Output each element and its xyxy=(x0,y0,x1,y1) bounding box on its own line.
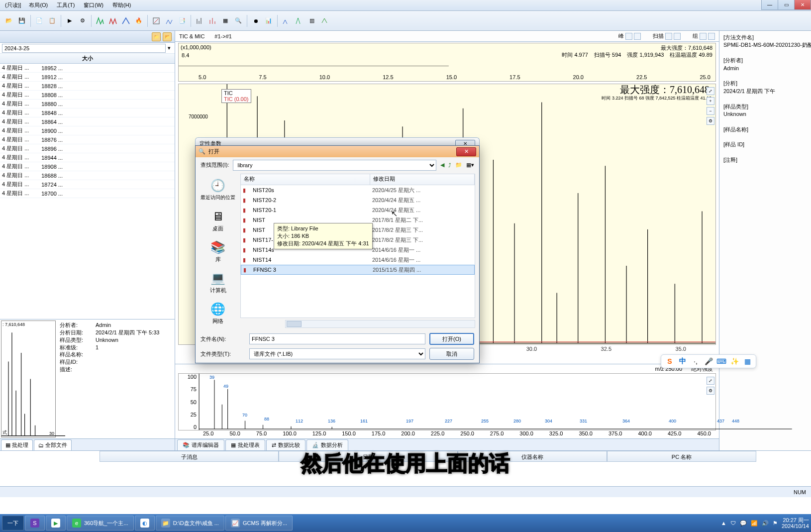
tool-table-icon[interactable]: ▦ xyxy=(219,15,231,27)
window-minimize-button[interactable]: — xyxy=(761,0,778,10)
ime-keyboard-icon[interactable]: ⌨ xyxy=(717,357,726,366)
tray-clock[interactable]: 20:27 周一 2024/10/14 xyxy=(782,517,809,529)
taskbar-item-3[interactable]: e360导航_一个主... xyxy=(67,516,134,531)
ime-skin-icon[interactable]: ✨ xyxy=(730,357,739,366)
library-file-row[interactable]: ▮NIST20-22020/4/24 星期五 ... xyxy=(241,195,475,205)
menu-window[interactable]: 窗口(W) xyxy=(80,0,107,10)
overview-chromatogram[interactable]: (x1,000,000) 最大强度：7,610,648 8.4 时间 4.977… xyxy=(178,43,716,82)
file-row[interactable]: 4 星期日 ...18912 ... xyxy=(0,73,175,82)
window-close-button[interactable]: ✕ xyxy=(794,0,811,10)
nav-up-icon[interactable]: ⤴ xyxy=(448,162,451,168)
ime-toolbar[interactable]: S 中 ·, 🎤 ⌨ ✨ ▦ xyxy=(661,354,756,368)
library-file-row[interactable]: ▮NIST20s2020/4/25 星期六 ... xyxy=(241,185,475,195)
dialog-titlebar[interactable]: 🔍 打开 ✕ xyxy=(196,146,479,157)
dropdown-icon[interactable]: ▾ xyxy=(166,45,173,51)
tab-data-analysis[interactable]: 🔬数据分析 xyxy=(306,439,348,450)
taskbar[interactable]: 一下 S ▶ e360导航_一个主... ◐ 📁D:\D盘文件\咸鱼 ... 📈… xyxy=(0,514,811,532)
taskbar-item-5[interactable]: 📁D:\D盘文件\咸鱼 ... xyxy=(156,516,224,531)
file-row[interactable]: 4 星期日 ...18900 ... xyxy=(0,126,175,135)
tool-peak1-icon[interactable] xyxy=(94,15,106,27)
col-name-header[interactable]: 名称 xyxy=(241,174,370,185)
ime-tools-icon[interactable]: ▦ xyxy=(743,357,752,366)
tool-open-icon[interactable]: 📂 xyxy=(3,15,15,27)
col-sub-message[interactable]: 子消息 xyxy=(100,451,279,462)
taskbar-item-2[interactable]: ▶ xyxy=(46,516,66,531)
file-row[interactable]: 4 星期日 ...18828 ... xyxy=(0,82,175,91)
filetype-select[interactable]: 谱库文件 (*.LIB) xyxy=(249,348,425,359)
file-row[interactable]: 4 星期日 ...18896 ... xyxy=(0,144,175,153)
tool-batch-icon[interactable]: 📋 xyxy=(46,15,58,27)
tool-search-icon[interactable]: 🔍 xyxy=(232,15,244,27)
file-row[interactable]: 4 星期日 ...18880 ... xyxy=(0,100,175,108)
ms-zoom-full-icon[interactable]: ⤢ xyxy=(707,377,714,385)
mass-spectrum-plot[interactable]: 100 75 50 25 0 39 49 70 88 112 136 161 1… xyxy=(178,373,716,430)
taskbar-item-0[interactable]: 一下 xyxy=(2,516,24,531)
tool-b-icon[interactable] xyxy=(293,15,305,27)
ms-settings-icon[interactable]: ⚙ xyxy=(707,387,714,395)
taskbar-item-6[interactable]: 📈GCMS 再解析分... xyxy=(225,516,293,531)
place-computer[interactable]: 💻计算机 xyxy=(198,267,238,297)
view-menu-icon[interactable]: ▦▾ xyxy=(466,162,474,168)
taskbar-item-4[interactable]: ◐ xyxy=(135,516,155,531)
tool-lib-icon[interactable]: 📑 xyxy=(176,15,188,27)
tool-a-icon[interactable] xyxy=(280,15,292,27)
cancel-button[interactable]: 取消 xyxy=(429,348,474,360)
place-recent[interactable]: 🕘最近访问的位置 xyxy=(198,175,238,205)
file-row[interactable]: 4 星期日 ...18944 ... xyxy=(0,153,175,162)
chart-settings-icon[interactable]: ⚙ xyxy=(707,117,714,125)
size-column-header[interactable]: 大小 xyxy=(2,55,173,62)
tab-all-files[interactable]: 🗂全部文件 xyxy=(34,439,72,450)
file-row[interactable]: 4 星期日 ...18864 ... xyxy=(0,117,175,126)
menu-help[interactable]: 帮助(H) xyxy=(108,0,135,10)
hdr-peak[interactable]: 峰 xyxy=(618,32,641,40)
menu-layout[interactable]: 布局(O) xyxy=(25,0,52,10)
tool-method-icon[interactable]: 📄 xyxy=(33,15,45,27)
tab-library-editor[interactable]: 📚谱库编辑器 xyxy=(177,439,224,450)
tray-safe-icon[interactable]: 🛡 xyxy=(730,520,736,526)
file-row[interactable]: 4 星期日 ...18724 ... xyxy=(0,180,175,189)
file-row[interactable]: 4 星期日 ...18808 ... xyxy=(0,91,175,100)
window-restore-button[interactable]: ▭ xyxy=(778,0,795,10)
folder-icon[interactable]: 📁 xyxy=(152,32,161,41)
tool-ms2-icon[interactable] xyxy=(206,15,218,27)
file-row[interactable]: 4 星期日 ...18848 ... xyxy=(0,108,175,117)
library-file-row[interactable]: ▮NIST142014/6/16 星期一 ... xyxy=(241,255,475,265)
zoom-full-icon[interactable]: ⤢ xyxy=(707,87,714,95)
mini-spectrum-plot[interactable]: : 7,610,648 30 式 xyxy=(1,320,56,437)
place-libraries[interactable]: 📚库 xyxy=(198,236,238,266)
tray-flag-icon[interactable]: ⚑ xyxy=(773,520,778,527)
tool-grid-icon[interactable]: ▥ xyxy=(306,15,318,27)
tool-config-icon[interactable]: ⚙ xyxy=(77,15,89,27)
tool-record-icon[interactable]: ⏺ xyxy=(250,15,262,27)
file-row[interactable]: 4 星期日 ...18876 ... xyxy=(0,135,175,144)
file-browser-scrollbar[interactable] xyxy=(285,320,475,328)
place-desktop[interactable]: 🖥桌面 xyxy=(198,206,238,235)
tool-trace-icon[interactable] xyxy=(319,15,331,27)
lookin-select[interactable]: library xyxy=(233,160,436,171)
col-date-header[interactable]: 修改日期 xyxy=(370,174,475,185)
tray-vol-icon[interactable]: 🔊 xyxy=(762,520,769,527)
tray-chat-icon[interactable]: 💬 xyxy=(740,520,747,527)
tray-net-icon[interactable]: 📶 xyxy=(751,520,758,527)
date-filter-input[interactable] xyxy=(2,44,166,53)
ime-voice-icon[interactable]: 🎤 xyxy=(704,357,713,366)
tool-bars-icon[interactable]: 📊 xyxy=(263,15,275,27)
system-tray[interactable]: ▲ 🛡 💬 📶 🔊 ⚑ 20:27 周一 2024/10/14 xyxy=(721,517,809,529)
hdr-group[interactable]: 组 xyxy=(693,32,715,40)
library-file-row[interactable]: ▮NIST20-12020/4/24 星期五 ... xyxy=(241,205,475,215)
file-row[interactable]: 4 星期日 ...18908 ... xyxy=(0,162,175,171)
tray-up-icon[interactable]: ▲ xyxy=(721,520,726,526)
file-row[interactable]: 4 星期日 ...18952 ... xyxy=(0,64,175,73)
col-pc-name[interactable]: PC 名称 xyxy=(607,451,756,462)
zoom-in-icon[interactable]: + xyxy=(707,97,714,105)
ime-lang-indicator[interactable]: 中 xyxy=(678,357,687,366)
tool-peak3-icon[interactable] xyxy=(120,15,132,27)
hdr-scan[interactable]: 扫描 xyxy=(653,32,681,40)
tool-play-icon[interactable]: ▶ xyxy=(64,15,76,27)
tool-intg1-icon[interactable] xyxy=(150,15,162,27)
tool-save-icon[interactable]: 💾 xyxy=(16,15,28,27)
tab-data-compare[interactable]: ⇄数据比较 xyxy=(266,439,305,450)
new-folder-icon[interactable]: 📁 xyxy=(455,162,462,168)
ime-punct-icon[interactable]: ·, xyxy=(691,357,700,366)
tab-batch-table[interactable]: ▦批处理表 xyxy=(225,439,265,450)
